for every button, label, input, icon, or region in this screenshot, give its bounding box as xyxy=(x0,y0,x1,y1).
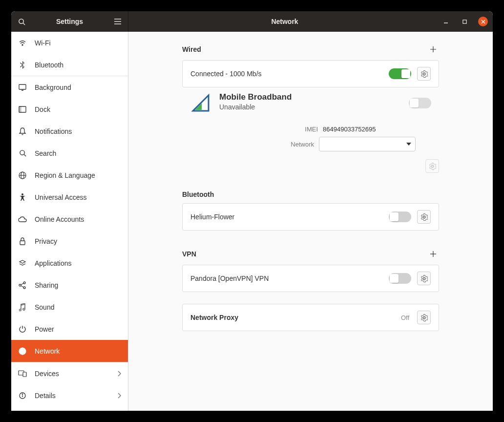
vpn-row: Pandora [OpenVPN] VPN xyxy=(183,265,439,292)
vpn-settings-button[interactable] xyxy=(417,272,431,285)
mobile-broadband-icon xyxy=(190,92,211,114)
plus-icon xyxy=(430,46,437,53)
bluetooth-settings-button[interactable] xyxy=(417,210,431,224)
background-icon xyxy=(18,83,27,92)
menu-button[interactable] xyxy=(107,11,128,32)
mobile-broadband-subtitle: Unavailable xyxy=(219,103,401,111)
sidebar-item-label: Online Accounts xyxy=(35,215,84,223)
bell-icon xyxy=(18,127,27,136)
wired-row: Connected - 1000 Mb/s xyxy=(183,61,439,87)
sidebar-item-online-accounts[interactable]: Online Accounts xyxy=(11,208,128,230)
vpn-toggle[interactable] xyxy=(389,273,411,284)
close-button[interactable] xyxy=(478,17,488,26)
svg-point-9 xyxy=(22,44,23,45)
network-select-label: Network xyxy=(291,141,314,148)
imei-row: IMEI 864949033752695 xyxy=(182,126,439,133)
gear-icon xyxy=(420,275,428,282)
vpn-name: Pandora [OpenVPN] VPN xyxy=(190,274,383,282)
maximize-button[interactable] xyxy=(460,17,469,26)
sidebar-item-region[interactable]: Region & Language xyxy=(11,164,128,186)
svg-point-0 xyxy=(19,19,23,23)
share-icon xyxy=(18,281,27,290)
bluetooth-row: Helium-Flower xyxy=(183,204,439,230)
wired-toggle[interactable] xyxy=(389,68,411,79)
sidebar-title: Settings xyxy=(32,18,107,25)
mobile-settings-button[interactable] xyxy=(425,159,439,173)
network-icon xyxy=(18,347,27,356)
mobile-broadband-block: Mobile Broadband Unavailable xyxy=(182,87,439,118)
mobile-broadband-toggle[interactable] xyxy=(409,98,431,108)
svg-rect-13 xyxy=(19,106,21,112)
minimize-icon xyxy=(443,19,448,24)
sidebar-item-label: Search xyxy=(35,149,56,157)
hamburger-icon xyxy=(114,19,121,24)
sidebar-item-notifications[interactable]: Notifications xyxy=(11,120,128,142)
wired-settings-button[interactable] xyxy=(417,67,431,81)
bluetooth-device: Helium-Flower xyxy=(190,213,383,221)
details-icon xyxy=(18,391,27,400)
sidebar-item-privacy[interactable]: Privacy xyxy=(11,230,128,252)
sidebar: Wi-Fi Bluetooth Background Dock Notifica… xyxy=(11,32,128,411)
sidebar-item-label: Sharing xyxy=(35,281,58,289)
sidebar-item-universal-access[interactable]: Universal Access xyxy=(11,186,128,208)
svg-rect-20 xyxy=(20,241,25,245)
settings-window: Settings Network Wi-Fi xyxy=(11,11,493,411)
sidebar-item-network[interactable]: Network xyxy=(11,340,128,362)
svg-point-34 xyxy=(22,394,22,394)
svg-point-38 xyxy=(431,165,433,167)
vpn-card: Pandora [OpenVPN] VPN xyxy=(182,265,439,292)
vpn-header: VPN xyxy=(182,248,439,260)
wired-header: Wired xyxy=(182,43,439,55)
proxy-row: Network Proxy Off xyxy=(183,304,439,331)
dock-icon xyxy=(18,105,27,114)
globe-icon xyxy=(18,171,27,180)
svg-line-1 xyxy=(23,23,25,25)
sidebar-item-details[interactable]: Details xyxy=(11,384,128,406)
sidebar-item-wifi[interactable]: Wi-Fi xyxy=(11,32,128,54)
sidebar-item-applications[interactable]: Applications xyxy=(11,252,128,274)
wired-title: Wired xyxy=(182,45,201,53)
sidebar-item-sharing[interactable]: Sharing xyxy=(11,274,128,296)
sidebar-item-background[interactable]: Background xyxy=(11,76,128,98)
page-title: Network xyxy=(128,18,441,25)
search-button[interactable] xyxy=(11,11,32,32)
svg-point-37 xyxy=(423,73,425,75)
mobile-broadband-text: Mobile Broadband Unavailable xyxy=(219,92,401,111)
vpn-title: VPN xyxy=(182,250,196,258)
sidebar-item-devices[interactable]: Devices xyxy=(11,362,128,384)
sidebar-item-bluetooth[interactable]: Bluetooth xyxy=(11,54,128,76)
bluetooth-card: Helium-Flower xyxy=(182,203,439,231)
gear-icon xyxy=(429,163,436,170)
bluetooth-toggle[interactable] xyxy=(389,211,411,222)
search-icon xyxy=(18,149,27,158)
svg-point-19 xyxy=(21,193,23,195)
sidebar-item-sound[interactable]: Sound xyxy=(11,296,128,318)
network-dropdown[interactable] xyxy=(319,137,416,151)
svg-point-39 xyxy=(423,216,425,218)
sidebar-item-label: Privacy xyxy=(35,237,57,245)
sidebar-item-dock[interactable]: Dock xyxy=(11,98,128,120)
gear-icon xyxy=(420,213,428,221)
svg-line-15 xyxy=(24,154,26,156)
sidebar-item-search[interactable]: Search xyxy=(11,142,128,164)
sidebar-item-label: Sound xyxy=(35,303,54,311)
add-vpn-button[interactable] xyxy=(427,248,439,260)
add-wired-button[interactable] xyxy=(427,43,439,55)
body: Wi-Fi Bluetooth Background Dock Notifica… xyxy=(11,32,493,411)
svg-line-25 xyxy=(21,286,23,287)
titlebar-left: Settings xyxy=(11,11,128,32)
sound-icon xyxy=(18,303,27,312)
sidebar-item-label: Dock xyxy=(35,106,50,113)
sidebar-item-power[interactable]: Power xyxy=(11,318,128,340)
svg-point-21 xyxy=(19,284,21,286)
sidebar-item-label: Network xyxy=(35,347,60,355)
chevron-down-icon xyxy=(406,143,411,146)
svg-point-43 xyxy=(423,316,425,318)
wifi-icon xyxy=(18,39,27,47)
bluetooth-icon xyxy=(18,61,27,69)
minimize-button[interactable] xyxy=(441,17,451,26)
proxy-card: Network Proxy Off xyxy=(182,304,439,331)
proxy-title: Network Proxy xyxy=(190,314,395,321)
proxy-settings-button[interactable] xyxy=(417,311,431,324)
gear-icon xyxy=(420,314,428,321)
